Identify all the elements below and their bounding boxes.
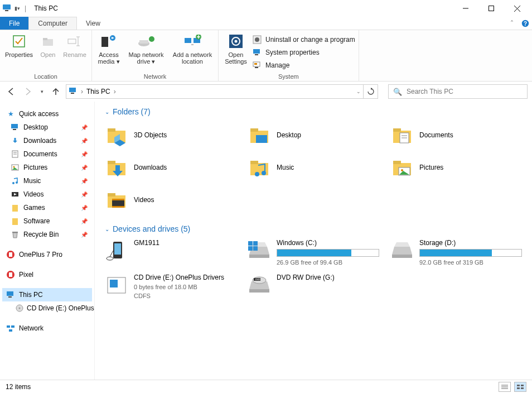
sidebar-item-music[interactable]: Music📌 [2,174,92,188]
sidebar-item-downloads[interactable]: Downloads📌 [2,134,92,147]
sidebar-item-documents[interactable]: Documents📌 [2,147,92,161]
nav-pixel[interactable]: Pixel [2,268,92,281]
close-button[interactable] [504,0,530,17]
svg-rect-1 [5,10,8,11]
refresh-button[interactable] [364,84,378,99]
nav-oneplus[interactable]: OnePlus 7 Pro [2,248,92,261]
rename-icon [66,32,84,50]
svg-rect-118 [521,385,524,386]
drive-item[interactable]: GM1911 [105,239,236,266]
drive-item[interactable]: Windows (C:)26.9 GB free of 99.4 GB [248,239,379,266]
open-settings-button[interactable]: Open Settings [222,32,250,65]
monitor-icon [6,290,16,300]
chevron-down-icon: ⌄ [105,226,109,232]
nav-quick-access[interactable]: ★ Quick access [2,107,92,121]
system-properties-button[interactable]: System properties [252,46,355,59]
forward-button[interactable] [21,85,35,98]
folder-icon [248,156,271,179]
folder-documents[interactable]: Documents [390,122,522,148]
svg-rect-100 [248,241,253,246]
maximize-button[interactable] [478,0,504,17]
recent-locations-button[interactable]: ▾ [38,85,46,98]
sidebar-item-software[interactable]: Software📌 [2,214,92,228]
map-network-drive-button[interactable]: Map network drive ▾ [124,32,168,65]
address-dropdown-icon[interactable]: ⌄ [356,89,361,94]
svg-rect-52 [12,218,18,225]
svg-rect-57 [9,272,12,277]
svg-rect-92 [112,206,124,208]
drives-header[interactable]: ⌄Devices and drives (5) [105,224,522,233]
open-button[interactable]: Open [37,32,59,58]
navigation-pane: ★ Quick access Desktop📌Downloads📌Documen… [0,102,95,380]
drive-item[interactable]: Storage (D:)92.0 GB free of 319 GB [390,239,522,266]
up-button[interactable] [49,85,62,98]
tab-file[interactable]: File [0,17,28,30]
folder-music[interactable]: Music [248,154,379,181]
folder-downloads[interactable]: Downloads [105,154,236,181]
add-network-location-button[interactable]: Add a network location [170,32,215,65]
svg-rect-58 [7,291,13,296]
tab-computer[interactable]: Computer [28,17,77,30]
tab-view[interactable]: View [77,17,109,30]
rename-button[interactable]: Rename [61,32,88,58]
svg-rect-41 [13,129,16,130]
nav-item-icon [10,162,20,172]
nav-cd-drive[interactable]: CD Drive (E:) OnePlus [2,301,92,315]
folder-videos[interactable]: Videos [105,186,236,213]
drive-item[interactable]: CD Drive (E:) OnePlus Drivers0 bytes fre… [105,274,236,299]
folder-3d-objects[interactable]: 3D Objects [105,122,236,148]
svg-rect-33 [255,54,258,55]
svg-point-29 [235,40,238,43]
svg-rect-40 [11,124,18,128]
svg-rect-117 [517,385,520,386]
collapse-ribbon-icon[interactable]: ˄ [505,17,519,30]
ribbon-group-system: Open Settings Uninstall or change a prog… [219,30,359,81]
nav-item-icon [10,122,20,132]
svg-rect-21 [185,38,191,43]
nav-this-pc[interactable]: This PC [2,288,92,301]
drive-icon [105,274,128,297]
back-button[interactable] [4,85,18,98]
disc-icon [16,303,23,313]
svg-rect-3 [489,6,494,11]
manage-button[interactable]: Manage [252,59,355,71]
help-icon[interactable]: ? [519,17,532,30]
drive-item[interactable]: DVDDVD RW Drive (G:) [248,274,379,299]
svg-rect-32 [253,49,260,54]
svg-rect-108 [110,280,118,287]
search-icon: 🔍 [393,88,402,96]
nav-item-icon [10,149,20,159]
drive-icon [248,239,271,262]
address-bar-row: ▾ › This PC › ⌄ 🔍 Search This PC [0,82,532,102]
svg-rect-62 [7,325,10,328]
sidebar-item-videos[interactable]: Videos📌 [2,188,92,201]
pin-icon: 📌 [81,232,88,238]
pin-icon: 📌 [81,205,88,211]
svg-rect-73 [393,128,401,132]
svg-rect-78 [108,161,115,164]
uninstall-program-button[interactable]: Uninstall or change a program [252,33,355,46]
ribbon-group-location: Properties Open Rename Location [0,30,92,81]
svg-rect-81 [250,161,258,164]
svg-rect-120 [521,387,524,389]
folder-desktop[interactable]: Desktop [248,122,379,148]
access-media-button[interactable]: Access media ▾ [95,32,122,65]
search-box[interactable]: 🔍 Search This PC [388,84,528,99]
breadcrumb[interactable]: This PC [86,88,110,95]
address-bar[interactable]: › This PC › ⌄ [66,84,364,99]
sidebar-item-pictures[interactable]: Pictures📌 [2,161,92,174]
sidebar-item-games[interactable]: Games📌 [2,201,92,214]
minimize-button[interactable] [453,0,478,17]
details-view-button[interactable] [499,382,511,392]
svg-marker-104 [392,247,412,255]
folders-header[interactable]: ⌄Folders (7) [105,107,522,116]
sidebar-item-desktop[interactable]: Desktop📌 [2,121,92,134]
icons-view-button[interactable] [514,382,526,392]
qat-dropdown-icon[interactable]: ▮▾ [14,6,20,11]
nav-network[interactable]: Network [2,322,92,335]
properties-button[interactable]: Properties [3,32,35,58]
svg-rect-53 [12,232,18,233]
sidebar-item-recycle-bin[interactable]: Recycle Bin📌 [2,228,92,241]
gear-icon [227,32,245,50]
folder-pictures[interactable]: Pictures [390,154,522,181]
